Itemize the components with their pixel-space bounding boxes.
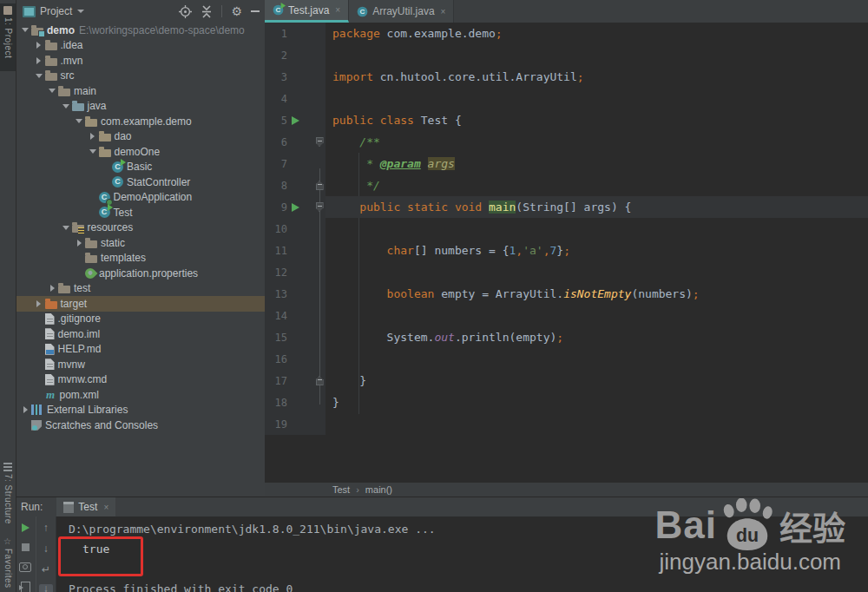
tree-item-demo[interactable]: demoE:\workingspace\demo-space\demo — [16, 23, 265, 38]
close-icon[interactable]: × — [335, 5, 340, 15]
code-line-9[interactable]: 9 public static void main(String[] args)… — [265, 196, 868, 218]
code-line-16[interactable]: 16 — [265, 348, 868, 370]
code-line-11[interactable]: 11 char[] numbers = {1,'a',7}; — [265, 240, 868, 261]
code-line-7[interactable]: 7 * @param args — [265, 153, 868, 174]
chevron-down-icon[interactable] — [60, 100, 72, 112]
gear-icon[interactable]: ⚙ — [231, 5, 242, 17]
chevron-right-icon[interactable] — [33, 39, 45, 51]
screenshot-icon[interactable] — [18, 562, 32, 573]
tree-item-java[interactable]: java — [16, 99, 265, 115]
tree-item-label: demo — [47, 24, 75, 36]
chevron-down-icon[interactable] — [87, 146, 99, 158]
fold-marker-icon[interactable] — [313, 202, 326, 212]
line-number: 15 — [265, 332, 287, 344]
tree-item-templates[interactable]: templates — [16, 251, 265, 266]
tree-item-static[interactable]: static — [16, 235, 265, 251]
stripe-tab-favorites[interactable]: ☆ Favorites — [0, 535, 16, 592]
down-stack-icon[interactable]: ↓ — [39, 543, 53, 555]
tree-item--mvn[interactable]: .mvn — [16, 53, 265, 69]
code-line-14[interactable]: 14 — [265, 305, 868, 326]
chevron-right-icon[interactable] — [46, 282, 58, 294]
chevron-down-icon[interactable] — [19, 24, 31, 36]
tree-item-external-libraries[interactable]: External Libraries — [16, 403, 265, 418]
tree-item-mvnw[interactable]: mvnw — [16, 357, 265, 372]
run-gutter-icon[interactable] — [287, 203, 303, 212]
tree-item-demoone[interactable]: demoOne — [16, 144, 265, 160]
collapse-all-icon[interactable] — [201, 5, 213, 18]
hide-panel-icon[interactable] — [251, 10, 260, 12]
up-stack-icon[interactable]: ↑ — [39, 522, 53, 534]
chevron-down-icon[interactable] — [73, 115, 85, 128]
tree-item--gitignore[interactable]: .gitignore — [16, 312, 265, 327]
tree-item-target[interactable]: target — [16, 296, 265, 312]
tree-item-resources[interactable]: resources — [16, 220, 265, 236]
rerun-icon[interactable] — [18, 522, 32, 533]
editor-tab-test-java[interactable]: CTest.java× — [265, 0, 349, 23]
tree-indent-spacer — [19, 419, 31, 431]
tree-item-test[interactable]: CTest — [16, 205, 265, 220]
tree-item-help-md[interactable]: HELP.md — [16, 342, 265, 358]
tree-item-dao[interactable]: dao — [16, 129, 265, 145]
code-line-8[interactable]: 8 */ — [265, 174, 868, 196]
tree-item-pom-xml[interactable]: mpom.xml — [16, 387, 265, 403]
code-line-15[interactable]: 15 System.out.println(empty); — [265, 326, 868, 348]
tree-item-application-properties[interactable]: application.properties — [16, 266, 265, 281]
tree-item-test[interactable]: test — [16, 281, 265, 297]
chevron-down-icon[interactable] — [60, 221, 72, 234]
tree-item-demo-iml[interactable]: demo.iml — [16, 326, 265, 342]
tree-item--idea[interactable]: .idea — [16, 38, 265, 54]
tree-item-main[interactable]: main — [16, 83, 265, 99]
code-editor[interactable]: 1package com.example.demo;23import cn.hu… — [265, 23, 868, 483]
tree-item-src[interactable]: src — [16, 69, 265, 84]
code-line-10[interactable]: 10 — [265, 218, 868, 240]
tree-item-com-example-demo[interactable]: com.example.demo — [16, 114, 265, 129]
breadcrumb-item[interactable]: main() — [365, 484, 392, 495]
code-line-3[interactable]: 3import cn.hutool.core.util.ArrayUtil; — [265, 66, 868, 88]
run-tab-test[interactable]: Test × — [56, 497, 115, 516]
chevron-right-icon[interactable] — [87, 130, 99, 142]
code-line-19[interactable]: 19 — [265, 413, 868, 435]
plain: cn.hutool.core.util.ArrayUtil — [373, 70, 577, 83]
stripe-tab-structure[interactable]: 7: Structure — [0, 460, 16, 530]
locate-icon[interactable] — [179, 5, 192, 18]
scroll-to-end-icon[interactable]: ↓ — [39, 584, 53, 592]
code-line-4[interactable]: 4 — [265, 88, 868, 109]
chevron-down-icon[interactable] — [33, 69, 45, 82]
stripe-tab-project[interactable]: 1: Project — [0, 3, 16, 71]
editor-tab-arrayutil-java[interactable]: CArrayUtil.java× — [349, 0, 454, 23]
close-icon[interactable]: × — [441, 7, 446, 16]
tree-item-basic[interactable]: CBasic — [16, 160, 265, 175]
code-line-12[interactable]: 12 — [265, 261, 868, 283]
project-view-dropdown-icon[interactable] — [77, 10, 84, 13]
folder-mod-icon — [31, 28, 43, 36]
chevron-right-icon[interactable] — [33, 55, 45, 67]
run-gutter-icon[interactable] — [287, 116, 303, 125]
hide-window-icon[interactable] — [18, 582, 32, 592]
chevron-right-icon[interactable] — [73, 237, 85, 249]
code-line-17[interactable]: 17 } — [265, 370, 868, 391]
tree-item-demoapplication[interactable]: CDemoApplication — [16, 190, 265, 206]
code-line-18[interactable]: 18} — [265, 391, 868, 413]
fold-marker-icon[interactable] — [313, 137, 326, 147]
code-text — [326, 261, 868, 283]
tree-item-scratches-and-consoles[interactable]: Scratches and Consoles — [16, 418, 265, 433]
code-line-5[interactable]: 5public class Test { — [265, 109, 868, 131]
keyword: boolean — [332, 287, 434, 300]
code-line-2[interactable]: 2 — [265, 44, 868, 66]
code-line-1[interactable]: 1package com.example.demo; — [265, 23, 868, 44]
run-tab-close-icon[interactable]: × — [103, 503, 108, 512]
code-line-13[interactable]: 13 boolean empty = ArrayUtil.isNotEmpty(… — [265, 283, 868, 305]
tree-item-mvnw-cmd[interactable]: mvnw.cmd — [16, 372, 265, 388]
chevron-right-icon[interactable] — [19, 404, 31, 416]
soft-wrap-icon[interactable]: ↵ — [39, 563, 53, 576]
chevron-down-icon[interactable] — [46, 85, 58, 97]
code-text: } — [326, 370, 868, 391]
fold-marker-icon[interactable] — [313, 181, 326, 190]
tree-item-statcontroller[interactable]: CStatController — [16, 174, 265, 190]
fold-marker-icon[interactable] — [313, 376, 326, 385]
stop-icon[interactable] — [18, 542, 32, 553]
plain: com.example.demo — [380, 27, 496, 40]
code-line-6[interactable]: 6 /** — [265, 131, 868, 153]
chevron-right-icon[interactable] — [33, 298, 45, 310]
breadcrumb-item[interactable]: Test — [332, 484, 350, 495]
